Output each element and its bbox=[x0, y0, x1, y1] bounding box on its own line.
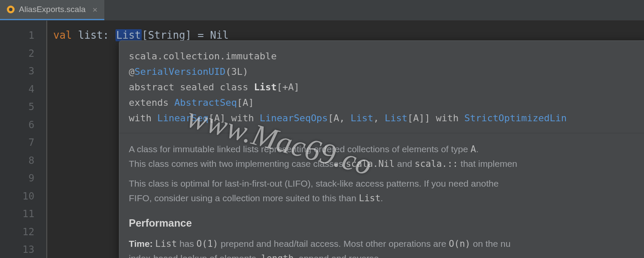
type-link[interactable]: AbstractSeq bbox=[174, 97, 237, 108]
line-number: 6 bbox=[0, 116, 46, 134]
line-number: 11 bbox=[0, 205, 46, 223]
line-number: 12 bbox=[0, 223, 46, 241]
line-number: 2 bbox=[0, 45, 46, 63]
doc-signature: scala.collection.immutable @SerialVersio… bbox=[119, 41, 644, 133]
type-link[interactable]: List bbox=[385, 113, 407, 123]
line-number: 7 bbox=[0, 134, 46, 152]
type-link[interactable]: List bbox=[351, 113, 374, 123]
doc-paragraph: A class for immutable linked lists repre… bbox=[129, 142, 638, 171]
editor-area: 1 2 3 4 5 6 7 8 9 10 11 12 13 val list: … bbox=[0, 21, 644, 258]
line-number: 5 bbox=[0, 98, 46, 116]
doc-declaration: abstract sealed class List[+A] bbox=[129, 80, 638, 95]
line-number: 13 bbox=[0, 241, 46, 258]
scala-file-icon bbox=[7, 6, 15, 13]
code-pane[interactable]: val list: List[String] = Nil scala.colle… bbox=[47, 21, 644, 258]
code-text: [String] = Nil bbox=[142, 29, 228, 41]
doc-heading-performance: Performance bbox=[129, 216, 638, 230]
doc-annotation: @SerialVersionUID(3L) bbox=[129, 64, 638, 80]
doc-paragraph: Time: List has O(1) prepend and head/tai… bbox=[129, 236, 638, 258]
annotation-link[interactable]: SerialVersionUID bbox=[134, 66, 225, 77]
identifier: list: bbox=[72, 29, 115, 41]
type-link[interactable]: LinearSeq bbox=[157, 113, 208, 123]
type-link[interactable]: LinearSeqOps bbox=[260, 113, 328, 123]
line-number: 8 bbox=[0, 152, 46, 170]
type-highlight-list[interactable]: List bbox=[115, 29, 142, 41]
line-number: 1 bbox=[0, 27, 46, 45]
line-number: 9 bbox=[0, 169, 46, 187]
doc-with: with LinearSeq[A] with LinearSeqOps[A, L… bbox=[129, 111, 638, 126]
doc-paragraph: This class is optimal for last-in-first-… bbox=[129, 176, 638, 206]
keyword-val: val bbox=[53, 29, 72, 41]
line-number: 3 bbox=[0, 62, 46, 80]
close-icon[interactable]: × bbox=[92, 4, 97, 15]
line-number: 4 bbox=[0, 80, 46, 98]
tab-bar: AliasExports.scala × bbox=[0, 0, 644, 21]
type-link[interactable]: StrictOptimizedLin bbox=[465, 113, 567, 123]
editor-tab[interactable]: AliasExports.scala × bbox=[0, 0, 104, 20]
quick-doc-popup[interactable]: scala.collection.immutable @SerialVersio… bbox=[119, 40, 644, 258]
doc-extends: extends AbstractSeq[A] bbox=[129, 95, 638, 111]
tab-filename: AliasExports.scala bbox=[19, 5, 85, 14]
line-gutter: 1 2 3 4 5 6 7 8 9 10 11 12 13 bbox=[0, 21, 47, 258]
doc-package: scala.collection.immutable bbox=[129, 49, 638, 64]
doc-body: A class for immutable linked lists repre… bbox=[119, 133, 644, 258]
line-number: 10 bbox=[0, 187, 46, 206]
